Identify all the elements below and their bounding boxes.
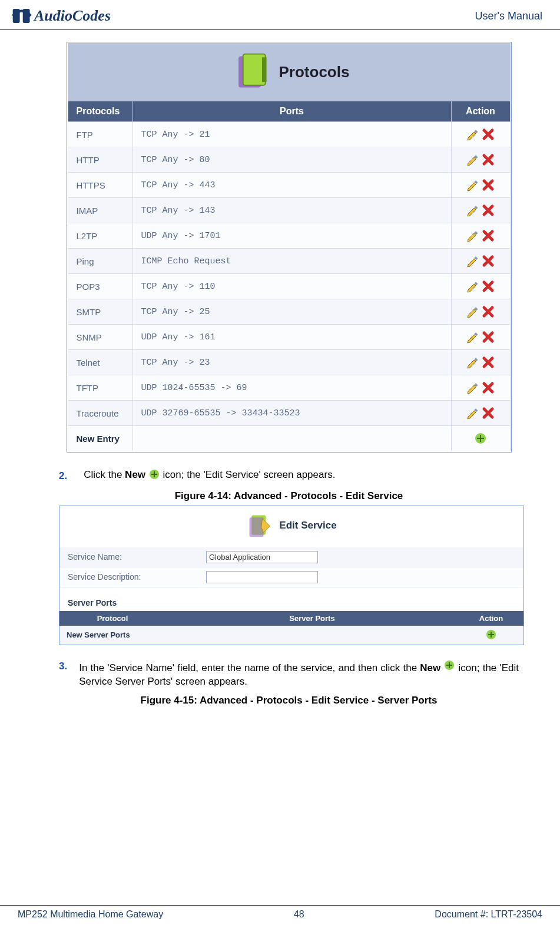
svg-rect-31: [446, 665, 452, 666]
edit-icon[interactable]: [466, 381, 479, 394]
table-row: TracerouteUDP 32769-65535 -> 33434-33523: [68, 401, 510, 426]
step2-bold: New: [125, 469, 145, 480]
table-row: IMAPTCP Any -> 143: [68, 198, 510, 223]
table-row: PingICMP Echo Request: [68, 249, 510, 274]
table-row: TFTPUDP 1024-65535 -> 69: [68, 375, 510, 401]
protocol-ports: UDP Any -> 161: [132, 325, 451, 350]
protocol-name: Ping: [68, 249, 132, 274]
row-actions: [451, 350, 510, 375]
protocol-name: HTTPS: [68, 173, 132, 198]
service-name-input[interactable]: [206, 551, 318, 563]
protocol-ports: TCP Any -> 443: [132, 173, 451, 198]
edit-icon[interactable]: [466, 204, 479, 217]
col-ports: Ports: [132, 101, 451, 122]
server-ports-table: Protocol Server Ports Action New Server …: [59, 611, 523, 645]
svg-rect-20: [477, 438, 484, 439]
protocols-panel: Protocols Protocols Ports Action FTPTCP …: [67, 42, 512, 453]
row-actions: [451, 122, 510, 147]
delete-icon[interactable]: [482, 179, 495, 191]
protocol-name: L2TP: [68, 223, 132, 249]
delete-icon[interactable]: [482, 204, 495, 217]
service-name-label: Service Name:: [68, 552, 206, 562]
audiocodes-logo-icon: [12, 6, 32, 26]
delete-icon[interactable]: [482, 255, 495, 267]
svg-rect-23: [151, 474, 157, 475]
col-protocol: Protocol: [59, 611, 165, 626]
protocol-name: FTP: [68, 122, 132, 147]
new-entry-label: New Entry: [68, 426, 132, 451]
page-content: Protocols Protocols Ports Action FTPTCP …: [0, 30, 560, 706]
edit-service-title: Edit Service: [279, 520, 336, 531]
figure-caption-14: Figure 4-14: Advanced - Protocols - Edit…: [59, 490, 519, 502]
new-entry-row[interactable]: New Entry: [68, 426, 510, 451]
col-action: Action: [451, 101, 510, 122]
delete-icon[interactable]: [482, 356, 495, 369]
step-text: Click the New icon; the 'Edit Service' s…: [84, 468, 335, 484]
edit-icon[interactable]: [466, 407, 479, 420]
protocol-ports: TCP Any -> 21: [132, 122, 451, 147]
delete-icon[interactable]: [482, 128, 495, 141]
service-name-row: Service Name:: [59, 547, 523, 567]
protocol-ports: TCP Any -> 110: [132, 274, 451, 299]
step-text: In the 'Service Name' field, enter the n…: [79, 659, 519, 689]
protocols-panel-header: Protocols: [68, 43, 511, 101]
doc-type-label: User's Manual: [475, 10, 542, 22]
delete-icon[interactable]: [482, 280, 495, 293]
protocol-name: POP3: [68, 274, 132, 299]
delete-icon[interactable]: [482, 305, 495, 318]
row-actions: [451, 375, 510, 401]
protocol-ports: ICMP Echo Request: [132, 249, 451, 274]
edit-icon[interactable]: [466, 331, 479, 344]
new-server-ports-label: New Server Ports: [59, 626, 165, 645]
plus-icon[interactable]: [474, 432, 487, 445]
edit-icon[interactable]: [466, 153, 479, 166]
protocol-name: HTTP: [68, 147, 132, 173]
step2-pre: Click the: [84, 469, 125, 480]
edit-icon[interactable]: [466, 229, 479, 242]
table-row: L2TPUDP Any -> 1701: [68, 223, 510, 249]
table-row: POP3TCP Any -> 110: [68, 274, 510, 299]
footer-right: Document #: LTRT-23504: [435, 909, 542, 920]
service-description-row: Service Description:: [59, 567, 523, 587]
delete-icon[interactable]: [482, 331, 495, 344]
new-server-ports-row[interactable]: New Server Ports: [59, 626, 523, 645]
row-actions: [451, 173, 510, 198]
protocol-ports: UDP Any -> 1701: [132, 223, 451, 249]
col-action2: Action: [459, 611, 523, 626]
delete-icon[interactable]: [482, 407, 495, 420]
delete-icon[interactable]: [482, 153, 495, 166]
table-row: SMTPTCP Any -> 25: [68, 299, 510, 325]
edit-icon[interactable]: [466, 305, 479, 318]
edit-icon[interactable]: [466, 128, 479, 141]
protocol-name: SMTP: [68, 299, 132, 325]
page-header: AudioCodes User's Manual: [0, 0, 560, 30]
row-actions: [451, 401, 510, 426]
protocol-name: Traceroute: [68, 401, 132, 426]
table-row: SNMPUDP Any -> 161: [68, 325, 510, 350]
footer-left: MP252 Multimedia Home Gateway: [18, 909, 163, 920]
edit-icon[interactable]: [466, 280, 479, 293]
delete-icon[interactable]: [482, 229, 495, 242]
service-description-input[interactable]: [206, 571, 318, 583]
protocol-ports: TCP Any -> 23: [132, 350, 451, 375]
edit-service-header: Edit Service: [59, 506, 523, 547]
col-server-ports: Server Ports: [165, 611, 459, 626]
protocol-ports: UDP 32769-65535 -> 33434-33523: [132, 401, 451, 426]
edit-service-panel: Edit Service Service Name: Service Descr…: [59, 506, 524, 645]
protocol-ports: TCP Any -> 143: [132, 198, 451, 223]
footer-page-number: 48: [294, 909, 304, 920]
step-2: 2. Click the New icon; the 'Edit Service…: [59, 468, 519, 484]
edit-icon[interactable]: [466, 179, 479, 191]
plus-icon[interactable]: [485, 629, 498, 642]
step-3: 3. In the 'Service Name' field, enter th…: [59, 659, 519, 689]
row-actions: [451, 299, 510, 325]
row-actions: [451, 223, 510, 249]
protocols-table: Protocols Ports Action FTPTCP Any -> 21 …: [68, 101, 511, 451]
step-number: 2.: [59, 470, 67, 482]
protocol-ports: UDP 1024-65535 -> 69: [132, 375, 451, 401]
edit-icon[interactable]: [466, 255, 479, 267]
protocol-name: IMAP: [68, 198, 132, 223]
edit-icon[interactable]: [466, 356, 479, 369]
brand-text: AudioCodes: [34, 7, 111, 25]
delete-icon[interactable]: [482, 381, 495, 394]
